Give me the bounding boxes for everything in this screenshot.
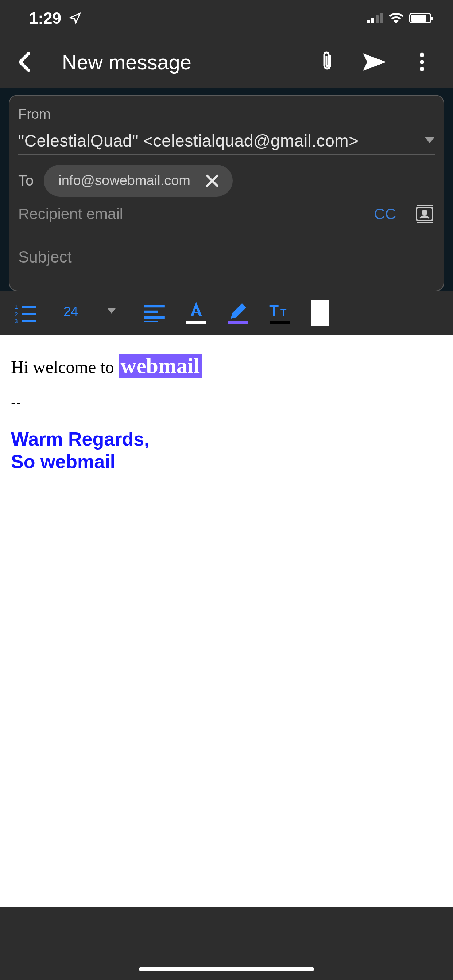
text-color-button[interactable]	[186, 302, 206, 325]
from-label: From	[18, 107, 435, 122]
subject-input[interactable]	[18, 248, 435, 276]
from-value: "CelestialQuad" <celestialquad@gmail.com…	[18, 131, 359, 151]
cc-button[interactable]: CC	[363, 205, 407, 223]
message-body[interactable]: Hi welcome to webmail -- Warm Regards, S…	[0, 335, 453, 907]
chevron-down-icon	[107, 309, 116, 315]
recipient-input[interactable]	[18, 205, 356, 223]
signature-line-1: Warm Regards,	[11, 428, 442, 450]
svg-point-3	[420, 67, 424, 71]
page-title: New message	[51, 50, 300, 74]
svg-text:1: 1	[14, 304, 18, 310]
text-style-button[interactable]: TT	[269, 302, 290, 325]
svg-text:T: T	[281, 307, 287, 318]
app-header: New message	[0, 37, 453, 88]
highlight-color-swatch	[228, 321, 248, 325]
location-icon	[69, 12, 82, 25]
align-left-button[interactable]	[144, 304, 165, 322]
font-size-selector[interactable]: 24	[57, 304, 123, 322]
svg-marker-17	[108, 309, 116, 313]
svg-text:2: 2	[14, 311, 18, 317]
current-color-swatch[interactable]	[311, 300, 329, 326]
body-greeting-prefix: Hi welcome to	[11, 357, 118, 377]
svg-point-10	[423, 210, 427, 215]
svg-point-2	[420, 60, 424, 64]
bottom-bar	[0, 907, 453, 980]
status-right	[367, 13, 431, 24]
contacts-button[interactable]	[414, 204, 435, 224]
svg-marker-0	[363, 53, 386, 71]
compose-card: From "CelestialQuad" <celestialquad@gmai…	[9, 95, 444, 291]
svg-marker-4	[424, 137, 435, 143]
wifi-icon	[389, 13, 404, 24]
status-bar: 1:29	[0, 0, 453, 37]
back-button[interactable]	[11, 51, 37, 73]
signature-block: Warm Regards, So webmail	[11, 428, 442, 473]
signature-line-2: So webmail	[11, 450, 442, 473]
home-indicator[interactable]	[139, 967, 314, 971]
cellular-signal-icon	[367, 13, 383, 23]
body-greeting-highlight: webmail	[118, 354, 202, 378]
svg-text:T: T	[269, 302, 279, 319]
recipient-chip-text: info@sowebmail.com	[58, 173, 190, 188]
remove-recipient-button[interactable]	[205, 173, 220, 188]
font-size-value: 24	[64, 304, 78, 320]
format-toolbar: 123 24 TT	[0, 291, 453, 335]
svg-text:3: 3	[14, 318, 18, 323]
text-color-swatch	[186, 321, 206, 325]
signature-separator: --	[11, 395, 442, 411]
status-time: 1:29	[29, 9, 61, 27]
attachment-button[interactable]	[314, 51, 340, 73]
battery-icon	[409, 13, 431, 23]
text-style-underline	[270, 321, 290, 325]
recipient-chip[interactable]: info@sowebmail.com	[44, 165, 233, 197]
more-options-button[interactable]	[409, 52, 435, 72]
body-greeting-line: Hi welcome to webmail	[11, 353, 442, 379]
numbered-list-button[interactable]: 123	[14, 303, 36, 323]
highlight-color-button[interactable]	[228, 302, 248, 325]
chevron-down-icon	[424, 137, 435, 145]
svg-point-1	[420, 53, 424, 57]
status-left: 1:29	[29, 9, 82, 27]
recipient-row: CC	[18, 204, 435, 233]
from-selector[interactable]: "CelestialQuad" <celestialquad@gmail.com…	[18, 131, 435, 154]
to-label: To	[18, 172, 33, 189]
to-row: To info@sowebmail.com	[18, 165, 435, 197]
send-button[interactable]	[362, 53, 388, 71]
